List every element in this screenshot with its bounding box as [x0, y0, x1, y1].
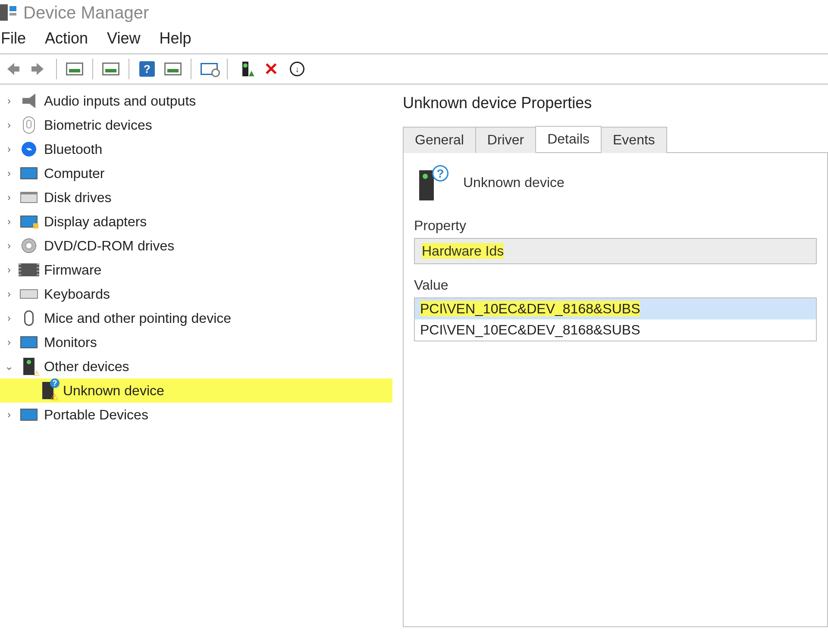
properties-title: Unknown device Properties: [403, 94, 828, 112]
arrow-right-icon: [31, 61, 46, 77]
tree-item-chip[interactable]: ›Firmware: [0, 258, 392, 282]
unknown-icon: [39, 381, 57, 400]
help-button[interactable]: ?: [136, 58, 158, 80]
chevron-right-icon[interactable]: ›: [4, 167, 14, 179]
view-button-2[interactable]: [100, 58, 122, 80]
arrow-left-icon: [5, 61, 20, 77]
scan-hardware-button[interactable]: [198, 58, 220, 80]
chevron-right-icon[interactable]: ›: [4, 240, 14, 252]
property-selected: Hardware Ids: [422, 243, 504, 259]
other-icon: [20, 357, 38, 375]
chevron-down-icon[interactable]: ⌄: [4, 360, 14, 372]
tree-item-label: Firmware: [44, 262, 101, 278]
update-driver-button[interactable]: [235, 58, 256, 80]
tree-item-mouse[interactable]: ›Mice and other pointing device: [0, 306, 392, 330]
tree-item-kbd[interactable]: ›Keyboards: [0, 282, 392, 306]
chevron-right-icon[interactable]: ›: [4, 312, 14, 324]
chevron-right-icon[interactable]: ›: [4, 95, 14, 107]
port-icon: [20, 406, 38, 424]
panel-icon: [102, 63, 119, 75]
svg-marker-4: [31, 63, 44, 75]
tab-driver[interactable]: Driver: [475, 127, 536, 153]
panel-icon: [66, 63, 83, 75]
menu-view[interactable]: View: [107, 29, 140, 47]
disk-icon: [20, 188, 38, 206]
app-icon: [0, 3, 18, 22]
tree-item-label: Bluetooth: [44, 141, 102, 157]
chevron-right-icon[interactable]: ›: [4, 119, 14, 131]
tree-item-label: Audio inputs and outputs: [44, 93, 196, 109]
value-text: PCI\VEN_10EC&DEV_8168&SUBS: [420, 322, 640, 338]
svg-rect-2: [9, 13, 16, 16]
chevron-right-icon[interactable]: ›: [4, 216, 14, 228]
tab-details[interactable]: Details: [535, 126, 602, 152]
svg-rect-0: [0, 4, 8, 21]
menu-help[interactable]: Help: [159, 29, 191, 47]
value-row[interactable]: PCI\VEN_10EC&DEV_8168&SUBS: [415, 298, 816, 319]
tree-item-speaker[interactable]: ›Audio inputs and outputs: [0, 89, 392, 113]
forward-button[interactable]: [28, 58, 49, 80]
device-tree[interactable]: ›Audio inputs and outputs›Biometric devi…: [0, 84, 392, 642]
chip-icon: [20, 261, 38, 279]
chevron-right-icon[interactable]: ›: [4, 143, 14, 155]
property-label: Property: [414, 218, 817, 234]
chevron-right-icon[interactable]: ›: [4, 191, 14, 203]
view-button-3[interactable]: [162, 58, 184, 80]
tree-item-label: Computer: [44, 166, 105, 181]
menubar: File Action View Help: [0, 27, 828, 53]
tree-item-finger[interactable]: ›Biometric devices: [0, 113, 392, 137]
tree-item-label: Monitors: [44, 335, 97, 350]
chevron-right-icon[interactable]: ›: [4, 264, 14, 276]
scan-icon: [201, 63, 218, 75]
tabs: General Driver Details Events: [403, 126, 828, 153]
uninstall-device-button[interactable]: ✕: [260, 58, 282, 80]
property-dropdown[interactable]: Hardware Ids: [414, 238, 817, 264]
disable-device-button[interactable]: ↓: [286, 58, 308, 80]
device-header: ? Unknown device: [414, 164, 817, 200]
dvd-icon: [20, 237, 38, 255]
back-button[interactable]: [2, 58, 23, 80]
separator: [92, 59, 93, 79]
tree-item-unknown[interactable]: Unknown device: [0, 378, 392, 403]
svg-rect-1: [9, 6, 16, 11]
value-row[interactable]: PCI\VEN_10EC&DEV_8168&SUBS: [415, 319, 816, 341]
tree-item-label: DVD/CD-ROM drives: [44, 238, 174, 254]
tree-item-bt[interactable]: ›⌁Bluetooth: [0, 137, 392, 161]
toolbar: ? ✕ ↓: [0, 53, 828, 84]
tree-item-dvd[interactable]: ›DVD/CD-ROM drives: [0, 234, 392, 258]
svg-marker-3: [7, 63, 19, 75]
separator: [129, 59, 129, 79]
window-title: Device Manager: [23, 3, 149, 22]
separator: [227, 59, 228, 79]
tab-general[interactable]: General: [403, 127, 476, 153]
tree-item-mon[interactable]: ›Computer: [0, 161, 392, 185]
mon-icon: [20, 333, 38, 351]
circle-down-icon: ↓: [290, 62, 304, 76]
tab-events[interactable]: Events: [601, 127, 667, 153]
tree-item-other[interactable]: ⌄Other devices: [0, 354, 392, 378]
x-icon: ✕: [264, 60, 279, 78]
tree-item-disk[interactable]: ›Disk drives: [0, 185, 392, 209]
tree-item-label: Portable Devices: [44, 407, 148, 423]
menu-file[interactable]: File: [1, 29, 26, 47]
view-button-1[interactable]: [64, 58, 85, 80]
finger-icon: [20, 116, 38, 134]
tree-item-label: Disk drives: [44, 190, 111, 206]
mouse-icon: [20, 309, 38, 327]
bt-icon: ⌁: [20, 140, 38, 158]
update-driver-icon: [242, 62, 248, 76]
help-icon: ?: [139, 61, 155, 77]
chevron-right-icon[interactable]: ›: [4, 409, 14, 421]
value-list[interactable]: PCI\VEN_10EC&DEV_8168&SUBS PCI\VEN_10EC&…: [414, 297, 817, 341]
chevron-right-icon[interactable]: ›: [4, 288, 14, 300]
device-name: Unknown device: [463, 175, 565, 191]
menu-action[interactable]: Action: [45, 29, 88, 47]
tree-item-mon[interactable]: ›Monitors: [0, 330, 392, 354]
tree-item-disp[interactable]: ›Display adapters: [0, 209, 392, 234]
tree-item-port[interactable]: ›Portable Devices: [0, 403, 392, 427]
tree-item-label: Keyboards: [44, 286, 110, 302]
tree-item-label: Display adapters: [44, 214, 147, 230]
chevron-right-icon[interactable]: ›: [4, 336, 14, 348]
speaker-icon: [20, 92, 38, 110]
tree-item-label: Biometric devices: [44, 117, 152, 133]
